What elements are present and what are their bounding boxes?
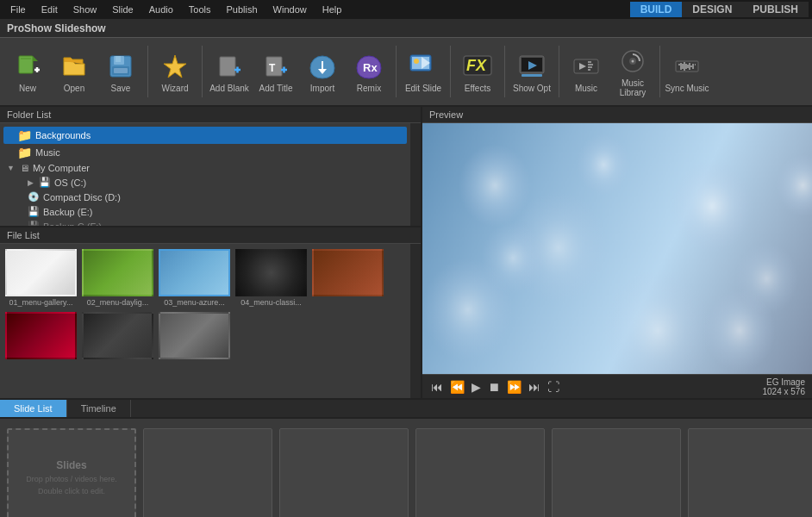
music-library-button[interactable]: Music Library <box>610 41 655 102</box>
wizard-button[interactable]: Wizard <box>153 41 197 102</box>
slide-empty-sub: Drop photos / videos here. <box>26 475 117 483</box>
folder-icon: 📁 <box>17 146 32 159</box>
slide-slot-6[interactable] <box>688 428 812 517</box>
music-label: Music <box>575 84 597 93</box>
menu-edit[interactable]: Edit <box>34 3 65 16</box>
file-thumb-1[interactable]: 01_menu-gallery... <box>5 249 77 307</box>
music-icon <box>571 51 602 82</box>
menu-slide[interactable]: Slide <box>105 3 140 16</box>
file-content: 01_menu-gallery... 02_menu-daylig... 03_… <box>0 244 421 398</box>
menu-bar: File Edit Show Slide Audio Tools Publish… <box>0 0 812 19</box>
thumb-image-4 <box>235 249 307 296</box>
folder-disc-d[interactable]: 💿 Compact Disc (D:) <box>3 190 407 204</box>
slide-slot-3[interactable] <box>279 428 409 517</box>
separator-6 <box>559 46 559 97</box>
slide-slot-2[interactable] <box>143 428 272 517</box>
folder-content: 📁 Backgrounds 📁 Music ▼ 🖥 My Computer <box>0 123 421 226</box>
save-button[interactable]: Save <box>98 41 143 102</box>
sync-music-icon <box>671 51 703 82</box>
folder-tree: 📁 Backgrounds 📁 Music ▼ 🖥 My Computer <box>0 123 410 226</box>
step-forward-button[interactable]: ⏩ <box>505 380 523 394</box>
sync-music-button[interactable]: Sync Music <box>665 41 709 102</box>
svg-rect-7 <box>116 56 121 62</box>
menu-file[interactable]: File <box>3 3 33 16</box>
effects-icon: FX <box>462 51 493 82</box>
new-icon <box>12 51 43 82</box>
music-button[interactable]: Music <box>564 41 609 102</box>
add-blank-button[interactable]: Add Blank <box>207 41 252 102</box>
preview-canvas <box>422 123 812 374</box>
menu-window[interactable]: Window <box>266 3 314 16</box>
stop-button[interactable]: ⏹ <box>486 380 502 394</box>
tab-slide-list[interactable]: Slide List <box>0 400 67 417</box>
wizard-label: Wizard <box>161 84 188 93</box>
folder-name: My Computer <box>33 163 90 173</box>
open-button[interactable]: Open <box>52 41 97 102</box>
thumb-image-7 <box>82 312 153 359</box>
new-button[interactable]: New <box>5 41 50 102</box>
folder-os-c[interactable]: ▶ 💾 OS (C:) <box>3 175 407 190</box>
svg-text:FX: FX <box>466 57 487 74</box>
expand-arrow: ▼ <box>7 164 15 172</box>
add-title-icon: T <box>260 51 291 82</box>
menu-tools[interactable]: Tools <box>182 3 218 16</box>
tab-timeline[interactable]: Timeline <box>67 400 131 417</box>
computer-icon: 🖥 <box>20 163 29 173</box>
mode-design-button[interactable]: DESIGN <box>682 2 742 17</box>
mode-build-button[interactable]: BUILD <box>630 2 683 17</box>
preview-controls: ⏮ ⏪ ▶ ⏹ ⏩ ⏭ ⛶ EG Image 1024 x 576 <box>422 374 812 398</box>
thumb-image-6 <box>5 312 77 359</box>
main-content: Folder List 📁 Backgrounds 📁 Music <box>0 107 812 398</box>
preview-image <box>422 123 812 374</box>
menu-audio[interactable]: Audio <box>142 3 180 16</box>
bottom-section: Slide List Timeline Slides Drop photos /… <box>0 398 812 517</box>
effects-button[interactable]: FX Effects <box>455 41 500 102</box>
file-thumb-2[interactable]: 02_menu-daylig... <box>82 249 153 307</box>
expand-arrow-c: ▶ <box>28 178 34 187</box>
mode-publish-button[interactable]: PUBLISH <box>742 2 809 17</box>
folder-name: Backgrounds <box>35 130 91 140</box>
file-thumb-8[interactable] <box>159 312 230 361</box>
remix-icon: Rx <box>353 51 384 82</box>
show-opt-button[interactable]: Show Opt <box>509 41 554 102</box>
add-title-button[interactable]: T Add Title <box>253 41 298 102</box>
skip-to-start-button[interactable]: ⏮ <box>429 380 445 394</box>
step-back-button[interactable]: ⏪ <box>448 380 466 394</box>
svg-rect-30 <box>522 74 542 77</box>
file-thumb-4[interactable]: 04_menu-classi... <box>235 249 307 307</box>
folder-music[interactable]: 📁 Music <box>3 144 407 161</box>
svg-rect-40 <box>676 61 698 72</box>
folder-backgrounds[interactable]: 📁 Backgrounds <box>3 127 407 144</box>
folder-scrollbar[interactable] <box>410 123 421 226</box>
slide-slot-4[interactable] <box>415 428 545 517</box>
slide-tabs: Slide List Timeline <box>0 400 812 419</box>
fullscreen-button[interactable]: ⛶ <box>546 380 561 394</box>
slide-list-area: Slides Drop photos / videos here. Double… <box>0 419 812 517</box>
slide-slot-5[interactable] <box>552 428 681 517</box>
skip-to-end-button[interactable]: ⏭ <box>527 380 542 394</box>
thumb-image-2 <box>82 249 153 296</box>
folder-backup-e[interactable]: 💾 Backup (E:) <box>3 204 407 219</box>
import-button[interactable]: Import <box>300 41 345 102</box>
edit-slide-button[interactable]: Edit Slide <box>401 41 446 102</box>
svg-point-39 <box>632 60 634 63</box>
folder-my-computer[interactable]: ▼ 🖥 My Computer <box>3 161 407 175</box>
toolbar: New Open Save Wizard Add Blank T Add Tit… <box>0 38 812 107</box>
preview-info-line2: 1024 x 576 <box>763 387 806 396</box>
menu-show[interactable]: Show <box>66 3 104 16</box>
file-thumb-3[interactable]: 03_menu-azure... <box>159 249 230 307</box>
file-scrollbar[interactable] <box>410 244 421 398</box>
slide-slot-1[interactable]: Slides Drop photos / videos here. Double… <box>7 428 136 517</box>
remix-label: Remix <box>357 84 381 93</box>
menu-help[interactable]: Help <box>315 3 349 16</box>
svg-marker-2 <box>33 56 38 61</box>
play-button[interactable]: ▶ <box>470 380 483 394</box>
remix-button[interactable]: Rx Remix <box>347 41 391 102</box>
folder-backup-f[interactable]: 💾 Backup C (F:) <box>3 219 407 226</box>
file-thumb-6[interactable] <box>5 312 77 361</box>
svg-rect-1 <box>21 58 31 59</box>
file-thumb-5[interactable] <box>312 249 384 307</box>
file-thumb-7[interactable] <box>82 312 153 361</box>
thumb-image-8 <box>159 312 230 359</box>
menu-publish[interactable]: Publish <box>220 3 265 16</box>
